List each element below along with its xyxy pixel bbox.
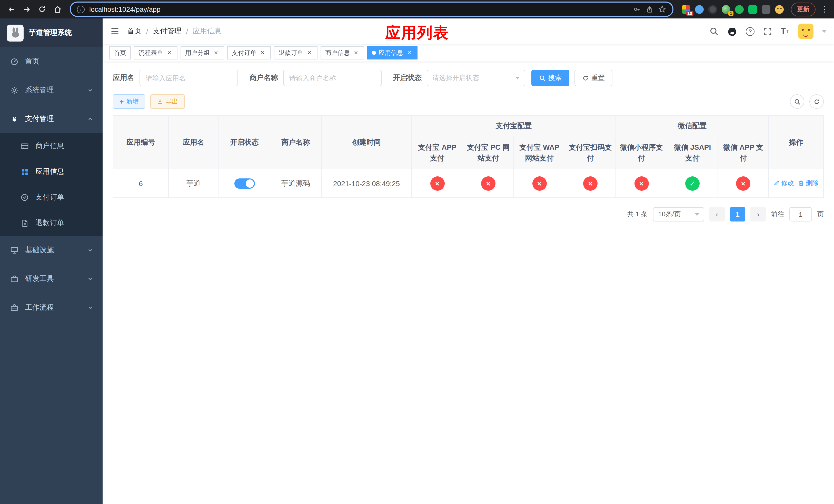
password-key-icon[interactable] bbox=[633, 5, 641, 13]
channel-status-icon: ✓ bbox=[685, 176, 700, 190]
close-icon[interactable]: × bbox=[259, 49, 266, 56]
col-wechat-jsapi: 微信 JSAPI 支付 bbox=[667, 136, 718, 169]
add-button[interactable]: +新增 bbox=[113, 94, 145, 109]
sidebar-subitem-app[interactable]: 应用信息 bbox=[0, 159, 103, 185]
tab-process-form[interactable]: 流程表单× bbox=[134, 46, 177, 60]
extensions-puzzle-icon[interactable] bbox=[762, 5, 770, 14]
page-1-button[interactable]: 1 bbox=[730, 207, 745, 222]
tab-app-info[interactable]: 应用信息× bbox=[367, 46, 418, 60]
sidebar-item-devtools[interactable]: 研发工具 bbox=[0, 265, 103, 293]
merchant-name-input[interactable] bbox=[283, 70, 381, 86]
table-toolbar: +新增 导出 bbox=[113, 94, 824, 109]
col-wechat-app: 微信 APP 支付 bbox=[718, 136, 769, 169]
browser-profile-avatar[interactable] bbox=[775, 5, 784, 14]
cell-channel: × bbox=[718, 169, 769, 198]
sidebar-subitem-pay-order[interactable]: 支付订单 bbox=[0, 185, 103, 210]
monitor-icon bbox=[10, 246, 19, 254]
goto-page-input[interactable] bbox=[789, 207, 812, 222]
breadcrumb: 首页 / 支付管理 / 应用信息 bbox=[127, 27, 222, 36]
close-icon[interactable]: × bbox=[306, 49, 313, 56]
col-alipay-qr: 支付宝扫码支付 bbox=[565, 136, 616, 169]
edit-button[interactable]: 修改 bbox=[773, 179, 794, 188]
sidebar-menu: 首页 系统管理 ¥ 支付管理 bbox=[0, 47, 103, 322]
browser-menu-icon[interactable]: ⋮ bbox=[820, 2, 830, 17]
sidebar-subitem-merchant[interactable]: 商户信息 bbox=[0, 133, 103, 159]
app-name-input[interactable] bbox=[139, 70, 238, 86]
extension-record-icon[interactable] bbox=[708, 5, 717, 14]
forward-icon[interactable] bbox=[20, 2, 34, 17]
extension-drop-icon[interactable] bbox=[695, 5, 704, 14]
site-info-icon[interactable]: i bbox=[77, 5, 85, 13]
extension-check-icon[interactable] bbox=[735, 5, 744, 14]
page-size-select[interactable]: 10条/页 bbox=[653, 207, 704, 222]
grid-icon bbox=[20, 168, 29, 176]
tab-refund-order[interactable]: 退款订单× bbox=[274, 46, 317, 60]
channel-status-icon: × bbox=[736, 176, 750, 190]
breadcrumb-payment[interactable]: 支付管理 bbox=[153, 27, 181, 36]
caret-down-icon[interactable] bbox=[822, 30, 826, 32]
search-button[interactable]: 搜索 bbox=[531, 70, 569, 86]
share-icon[interactable] bbox=[646, 5, 654, 13]
back-icon[interactable] bbox=[4, 2, 19, 17]
search-icon[interactable] bbox=[709, 27, 719, 36]
refresh-button[interactable] bbox=[809, 94, 824, 109]
top-navbar: 首页 / 支付管理 / 应用信息 ? bbox=[103, 19, 834, 44]
table-row: 6 芋道 芋道源码 2021-10-23 08:49:25 × × × × × … bbox=[113, 169, 824, 198]
sidebar-item-system[interactable]: 系统管理 bbox=[0, 76, 103, 105]
tab-pay-order[interactable]: 支付订单× bbox=[227, 46, 271, 60]
extension-grid-icon[interactable]: 10 bbox=[682, 5, 690, 14]
tab-merchant-info[interactable]: 商户信息× bbox=[321, 46, 364, 60]
col-status: 开启状态 bbox=[219, 116, 270, 169]
next-page-button[interactable]: › bbox=[750, 207, 766, 222]
sidebar-item-infra[interactable]: 基础设施 bbox=[0, 236, 103, 265]
close-icon[interactable]: × bbox=[352, 49, 359, 56]
help-icon[interactable]: ? bbox=[746, 27, 754, 36]
app-logo[interactable]: 芋道管理系统 bbox=[0, 19, 103, 47]
home-icon[interactable] bbox=[50, 2, 65, 17]
toggle-search-button[interactable] bbox=[790, 94, 804, 109]
export-button[interactable]: 导出 bbox=[150, 94, 185, 109]
chevron-down-icon bbox=[88, 276, 93, 281]
tab-home[interactable]: 首页 bbox=[109, 46, 131, 60]
chevron-up-icon bbox=[88, 116, 93, 121]
close-icon[interactable]: × bbox=[166, 49, 173, 56]
sidebar-item-payment[interactable]: ¥ 支付管理 bbox=[0, 105, 103, 133]
url-text[interactable]: localhost:1024/pay/app bbox=[89, 5, 628, 13]
sidebar: 芋道管理系统 首页 系统管理 bbox=[0, 19, 103, 504]
user-avatar[interactable] bbox=[798, 24, 813, 39]
status-select[interactable]: 请选择开启状态 bbox=[427, 70, 525, 86]
close-icon[interactable]: × bbox=[212, 49, 220, 56]
bookmark-star-icon[interactable] bbox=[658, 5, 666, 13]
sidebar-item-workflow[interactable]: 工作流程 bbox=[0, 293, 103, 322]
font-size-icon[interactable]: TT bbox=[781, 27, 789, 36]
fullscreen-icon[interactable] bbox=[763, 27, 772, 36]
status-toggle[interactable] bbox=[234, 178, 255, 188]
col-group-alipay: 支付宝配置 bbox=[412, 116, 616, 136]
credit-card-icon bbox=[20, 142, 29, 150]
sidebar-subitem-refund-order[interactable]: 退款订单 bbox=[0, 210, 103, 236]
extension-wechat-icon[interactable] bbox=[748, 5, 757, 14]
tab-user-group[interactable]: 用户分组× bbox=[180, 46, 224, 60]
plus-icon: + bbox=[119, 98, 124, 105]
sidebar-toggle-icon[interactable] bbox=[110, 27, 119, 36]
reload-icon[interactable] bbox=[35, 2, 49, 17]
cell-channel: × bbox=[565, 169, 616, 198]
prev-page-button[interactable]: ‹ bbox=[709, 207, 725, 222]
briefcase-icon bbox=[10, 303, 19, 312]
close-icon[interactable]: × bbox=[406, 49, 413, 56]
sidebar-item-label: 商户信息 bbox=[36, 141, 64, 151]
delete-button[interactable]: 删除 bbox=[798, 179, 819, 188]
goto-label: 前往 bbox=[771, 210, 784, 219]
col-group-wechat: 微信配置 bbox=[616, 116, 769, 136]
breadcrumb-home[interactable]: 首页 bbox=[127, 27, 141, 36]
cell-channel: × bbox=[616, 169, 667, 198]
sidebar-item-label: 研发工具 bbox=[25, 274, 54, 283]
extension-avatar-icon[interactable]: 1 bbox=[722, 5, 730, 14]
active-dot bbox=[372, 51, 376, 55]
sidebar-item-home[interactable]: 首页 bbox=[0, 47, 103, 76]
reset-button[interactable]: 重置 bbox=[574, 70, 612, 86]
page-title-annotation: 应用列表 bbox=[385, 23, 449, 44]
github-icon[interactable] bbox=[727, 26, 737, 36]
browser-update-button[interactable]: 更新 bbox=[791, 2, 815, 16]
address-bar[interactable]: i localhost:1024/pay/app bbox=[70, 2, 674, 17]
